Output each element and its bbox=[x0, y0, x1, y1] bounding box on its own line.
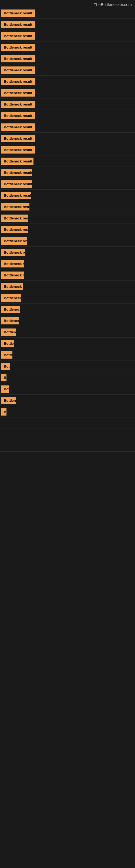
bottleneck-result-badge[interactable]: Bottleneck result bbox=[1, 89, 35, 97]
bottleneck-result-badge[interactable]: Bottleneck result bbox=[1, 237, 27, 245]
bottleneck-result-badge[interactable]: Bottleneck result bbox=[1, 215, 28, 222]
list-item: Bottleneck result bbox=[0, 407, 135, 417]
list-item: Bottleneck result bbox=[0, 338, 135, 349]
list-item: Bottleneck result bbox=[0, 54, 135, 64]
bottleneck-result-badge[interactable]: Bottleneck result bbox=[1, 351, 12, 359]
list-item: Bottleneck result bbox=[0, 315, 135, 326]
list-item: Bottleneck result bbox=[0, 31, 135, 41]
bottleneck-result-badge[interactable]: Bottleneck result bbox=[1, 32, 35, 40]
bottleneck-result-badge[interactable]: Bottleneck result bbox=[1, 135, 35, 142]
bottleneck-result-badge[interactable]: Bottleneck result bbox=[1, 260, 24, 268]
list-item: Bottleneck result bbox=[0, 76, 135, 87]
list-item: Bottleneck result bbox=[0, 281, 135, 292]
list-item: Bottleneck result bbox=[0, 395, 135, 406]
list-item: Bottleneck result bbox=[0, 133, 135, 144]
list-item bbox=[0, 452, 135, 463]
bottleneck-result-badge[interactable]: Bottleneck result bbox=[1, 272, 24, 279]
list-item: Bottleneck result bbox=[0, 19, 135, 30]
bottleneck-result-badge[interactable]: Bottleneck result bbox=[1, 283, 23, 290]
list-item: Bottleneck result bbox=[0, 258, 135, 269]
list-item: Bottleneck result bbox=[0, 42, 135, 53]
list-item: Bottleneck result bbox=[0, 202, 135, 212]
page-title: TheBottlenecker.com bbox=[0, 0, 135, 8]
bottleneck-result-badge[interactable]: Bottleneck result bbox=[1, 294, 21, 302]
bottleneck-result-badge[interactable]: Bottleneck result bbox=[1, 374, 6, 381]
list-item: Bottleneck result bbox=[0, 247, 135, 258]
list-item: Bottleneck result bbox=[0, 361, 135, 372]
list-item: Bottleneck result bbox=[0, 88, 135, 98]
list-item bbox=[0, 429, 135, 440]
list-item: Bottleneck result bbox=[0, 213, 135, 224]
bottleneck-result-badge[interactable]: Bottleneck result bbox=[1, 21, 35, 28]
list-item: Bottleneck result bbox=[0, 8, 135, 19]
bottleneck-result-badge[interactable]: Bottleneck result bbox=[1, 101, 35, 108]
bottleneck-result-badge[interactable]: Bottleneck result bbox=[1, 306, 20, 313]
bottleneck-result-badge[interactable]: Bottleneck result bbox=[1, 192, 31, 199]
bottleneck-result-badge[interactable]: Bottleneck result bbox=[1, 78, 35, 85]
list-item bbox=[0, 418, 135, 429]
bottleneck-result-badge[interactable]: Bottleneck result bbox=[1, 169, 32, 176]
bottleneck-result-badge[interactable]: Bottleneck result bbox=[1, 146, 35, 154]
bottleneck-result-badge[interactable]: Bottleneck result bbox=[1, 249, 26, 256]
bottleneck-result-badge[interactable]: Bottleneck result bbox=[1, 203, 30, 211]
list-item: Bottleneck result bbox=[0, 224, 135, 235]
list-item: Bottleneck result bbox=[0, 190, 135, 201]
list-item: Bottleneck result bbox=[0, 293, 135, 304]
bottleneck-result-badge[interactable]: Bottleneck result bbox=[1, 44, 35, 51]
list-item: Bottleneck result bbox=[0, 111, 135, 121]
list-item: Bottleneck result bbox=[0, 304, 135, 315]
bottleneck-result-badge[interactable]: Bottleneck result bbox=[1, 66, 35, 74]
bottleneck-result-badge[interactable]: Bottleneck result bbox=[1, 363, 10, 370]
bottleneck-result-badge[interactable]: Bottleneck result bbox=[1, 226, 28, 233]
bottleneck-result-badge[interactable]: Bottleneck result bbox=[1, 180, 32, 188]
list-item: Bottleneck result bbox=[0, 236, 135, 247]
bottleneck-result-badge[interactable]: Bottleneck result bbox=[1, 123, 35, 131]
bottleneck-result-badge[interactable]: Bottleneck result bbox=[1, 397, 16, 404]
bottleneck-result-badge[interactable]: Bottleneck result bbox=[1, 55, 35, 62]
list-item: Bottleneck result bbox=[0, 270, 135, 281]
list-item: Bottleneck result bbox=[0, 327, 135, 338]
list-item bbox=[0, 441, 135, 452]
bottleneck-result-badge[interactable]: Bottleneck result bbox=[1, 158, 34, 165]
bottleneck-result-badge[interactable]: Bottleneck result bbox=[1, 329, 16, 336]
bottleneck-result-badge[interactable]: Bottleneck result bbox=[1, 340, 14, 347]
list-item: Bottleneck result bbox=[0, 350, 135, 361]
bottleneck-result-badge[interactable]: Bottleneck result bbox=[1, 9, 35, 17]
list-item: Bottleneck result bbox=[0, 167, 135, 178]
bottleneck-result-badge[interactable]: Bottleneck result bbox=[1, 385, 9, 393]
list-item: Bottleneck result bbox=[0, 99, 135, 110]
list-item: Bottleneck result bbox=[0, 145, 135, 155]
bottleneck-result-badge[interactable]: Bottleneck result bbox=[1, 112, 35, 119]
bottleneck-result-badge[interactable]: Bottleneck result bbox=[1, 317, 18, 324]
list-item: Bottleneck result bbox=[0, 384, 135, 395]
list-item: Bottleneck result bbox=[0, 65, 135, 76]
list-item: Bottleneck result bbox=[0, 156, 135, 167]
list-item: Bottleneck result bbox=[0, 372, 135, 383]
bottleneck-result-badge[interactable]: Bottleneck result bbox=[1, 408, 6, 415]
list-item: Bottleneck result bbox=[0, 122, 135, 133]
list-item: Bottleneck result bbox=[0, 179, 135, 190]
